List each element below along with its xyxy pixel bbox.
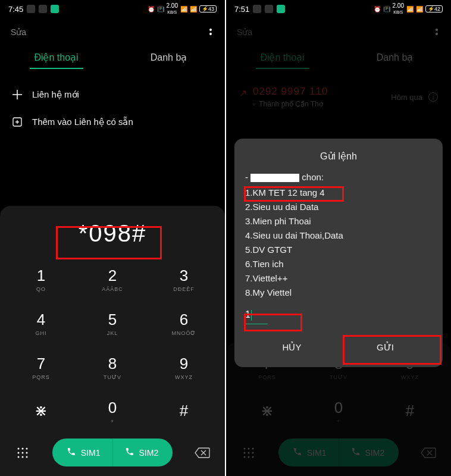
key-letters: WXYZ bbox=[175, 374, 193, 380]
key-letters: DĐEÊF bbox=[173, 286, 195, 292]
app-icon bbox=[27, 5, 35, 13]
key-8[interactable]: 8TUƯV bbox=[77, 346, 148, 389]
signal-1-icon: 📶 bbox=[180, 6, 187, 12]
dialed-number: *098# bbox=[6, 214, 219, 258]
modal-body: - chon: 1.KM TET 12 tang 42.Sieu uu dai … bbox=[245, 170, 432, 324]
call-log-item[interactable]: ↗ 0292 9997 110 ▫ Thành phố Cần Thơ Hôm … bbox=[226, 76, 451, 118]
phone-right: 7:51 ⏰ 📳 2.00 KB/S 📶 📶 ⚡42 Sửa Điện thoạ… bbox=[226, 0, 451, 476]
svg-point-10 bbox=[244, 447, 246, 449]
svg-point-15 bbox=[252, 452, 254, 453]
new-contact-item[interactable]: Liên hệ mới bbox=[0, 81, 225, 108]
messages-icon bbox=[51, 5, 59, 13]
sim1-label: SIM1 bbox=[307, 448, 327, 458]
sim-buttons: SIM1 SIM2 bbox=[52, 439, 173, 466]
key-digit: 3 bbox=[180, 267, 188, 285]
cancel-button[interactable]: HỦY bbox=[245, 334, 339, 361]
svg-point-5 bbox=[22, 452, 24, 453]
alarm-icon: ⏰ bbox=[148, 6, 155, 12]
tab-phone[interactable]: Điện thoại bbox=[226, 45, 339, 76]
battery-icon: ⚡43 bbox=[199, 5, 217, 12]
call-location: Thành phố Cần Thơ bbox=[259, 100, 323, 108]
more-menu-icon[interactable] bbox=[433, 26, 440, 37]
key-letters: GHI bbox=[35, 330, 46, 336]
key-6[interactable]: 6MNOÔƠ bbox=[149, 302, 219, 345]
backspace-button[interactable] bbox=[418, 447, 439, 458]
status-time: 7:51 bbox=[234, 5, 249, 14]
outgoing-call-icon: ↗ bbox=[239, 87, 247, 99]
add-existing-item[interactable]: Thêm vào Liên hệ có sẵn bbox=[0, 108, 225, 136]
key-#[interactable]: # bbox=[375, 390, 445, 433]
key-digit: # bbox=[180, 402, 188, 420]
key-#[interactable]: # bbox=[149, 390, 219, 433]
svg-point-2 bbox=[22, 447, 24, 449]
key-digit: 0 bbox=[334, 399, 343, 417]
header: Sửa bbox=[226, 18, 451, 41]
call-sim1-button[interactable]: SIM1 bbox=[278, 439, 339, 466]
new-contact-label: Liên hệ mới bbox=[32, 89, 79, 100]
tab-phone-label: Điện thoại bbox=[34, 52, 78, 62]
call-sim2-button[interactable]: SIM2 bbox=[339, 439, 399, 466]
text-cursor bbox=[251, 310, 252, 321]
net-unit: KB/S bbox=[167, 10, 177, 14]
send-button[interactable]: GỬI bbox=[339, 334, 432, 361]
more-menu-icon[interactable] bbox=[207, 26, 214, 37]
key-7[interactable]: 7PQRS bbox=[6, 346, 76, 389]
svg-point-9 bbox=[26, 456, 28, 458]
net-speed: 2.00 bbox=[393, 2, 404, 9]
net-unit: KB/S bbox=[393, 10, 403, 14]
sim2-label: SIM2 bbox=[139, 448, 159, 458]
key-letters: + bbox=[337, 418, 340, 424]
call-number: 0292 9997 110 bbox=[253, 86, 328, 98]
svg-point-7 bbox=[18, 456, 20, 458]
key-letters: PQRS bbox=[258, 374, 276, 380]
phone-icon bbox=[67, 447, 76, 458]
sim2-label: SIM2 bbox=[365, 448, 385, 458]
key-0[interactable]: 0+ bbox=[77, 390, 148, 433]
key-0[interactable]: 0+ bbox=[303, 390, 374, 433]
svg-point-1 bbox=[18, 447, 20, 449]
dialer-panel: *098# 1QO2AĂÂBC3DĐEÊF4GHI5JKL6MNOÔƠ7PQRS… bbox=[0, 206, 225, 476]
plus-icon bbox=[12, 89, 23, 100]
keypad: 1QO2AĂÂBC3DĐEÊF4GHI5JKL6MNOÔƠ7PQRS8TUƯV9… bbox=[6, 258, 219, 433]
tab-contacts[interactable]: Danh bạ bbox=[112, 45, 225, 76]
key-3[interactable]: 3DĐEÊF bbox=[149, 258, 219, 300]
ussd-option-4: 4.Sieu uu dai Thoai,Data bbox=[245, 228, 432, 243]
zalo-icon bbox=[265, 5, 273, 13]
key-digit: 9 bbox=[180, 355, 188, 373]
ussd-input[interactable]: 1 bbox=[245, 306, 268, 324]
svg-point-18 bbox=[252, 456, 254, 458]
key-⋇[interactable]: ⋇ bbox=[232, 390, 302, 433]
svg-point-8 bbox=[22, 456, 24, 458]
zalo-icon bbox=[39, 5, 47, 13]
call-time: Hôm qua bbox=[391, 93, 422, 102]
key-letters: QO bbox=[36, 286, 46, 292]
call-sim2-button[interactable]: SIM2 bbox=[112, 439, 173, 466]
key-1[interactable]: 1QO bbox=[6, 258, 76, 300]
censored-text bbox=[250, 174, 299, 182]
key-4[interactable]: 4GHI bbox=[6, 302, 76, 345]
ussd-option-3: 3.Mien phi Thoai bbox=[245, 214, 432, 228]
tab-phone[interactable]: Điện thoại bbox=[0, 45, 112, 76]
keypad-toggle-icon[interactable] bbox=[12, 447, 33, 459]
key-2[interactable]: 2AĂÂBC bbox=[77, 258, 148, 300]
key-letters: TUƯV bbox=[330, 374, 347, 380]
key-letters: PQRS bbox=[32, 374, 50, 380]
keypad-toggle-icon[interactable] bbox=[238, 447, 259, 459]
tab-contacts[interactable]: Danh bạ bbox=[339, 45, 451, 76]
edit-button[interactable]: Sửa bbox=[237, 27, 252, 37]
app-icon bbox=[253, 5, 261, 13]
edit-button[interactable]: Sửa bbox=[11, 27, 26, 37]
ussd-option-6: 6.Tien ich bbox=[245, 257, 432, 271]
header: Sửa bbox=[0, 18, 225, 41]
key-5[interactable]: 5JKL bbox=[77, 302, 148, 345]
phone-left: 7:45 ⏰ 📳 2.00 KB/S 📶 📶 ⚡43 Sửa Điện thoạ… bbox=[0, 0, 225, 476]
key-letters: MNOÔƠ bbox=[172, 330, 196, 336]
key-9[interactable]: 9WXYZ bbox=[149, 346, 219, 389]
info-icon[interactable]: i bbox=[428, 92, 438, 102]
key-⋇[interactable]: ⋇ bbox=[6, 390, 76, 433]
backspace-button[interactable] bbox=[192, 447, 213, 458]
vibrate-icon: 📳 bbox=[383, 6, 390, 12]
call-sim1-button[interactable]: SIM1 bbox=[52, 439, 112, 466]
tab-phone-label: Điện thoại bbox=[260, 52, 304, 62]
svg-point-12 bbox=[252, 447, 254, 449]
